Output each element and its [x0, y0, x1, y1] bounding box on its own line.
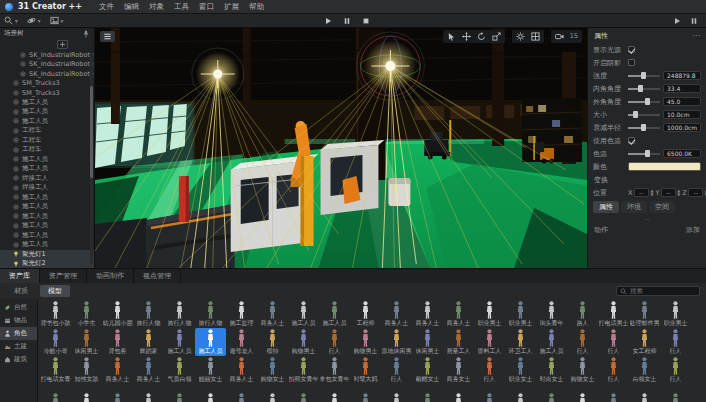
asset-thumbnail[interactable]: 工程师 [350, 300, 381, 328]
eye-icon[interactable] [13, 185, 19, 191]
asset-thumbnail[interactable]: 休闲男士 [412, 328, 443, 356]
rotate-tool-button[interactable] [477, 32, 486, 41]
tree-item[interactable]: 工程车 [0, 126, 94, 136]
more-icon[interactable]: ⋯ [692, 33, 700, 39]
value-input[interactable]: 45.0 [663, 97, 701, 107]
asset-thumbnail[interactable]: 商务人士 [102, 356, 133, 384]
tree-item[interactable]: 工程车 [0, 145, 94, 155]
asset-thumbnail[interactable]: 幼儿园小朋友 [102, 300, 133, 328]
category-建筑[interactable]: 建筑 [0, 353, 37, 366]
asset-thumbnail[interactable]: 骑行人物 [195, 300, 226, 328]
asset-thumbnail[interactable]: 施工监理 [226, 300, 257, 328]
eye-icon[interactable] [13, 242, 19, 248]
asset-thumbnail[interactable]: 施工人员 [319, 300, 350, 328]
assets-subtab-模型[interactable]: 模型 [40, 285, 70, 297]
settings-button[interactable] [516, 32, 525, 41]
slider[interactable] [628, 147, 660, 160]
asset-thumbnail[interactable]: 施工人员 [536, 328, 567, 356]
tree-item[interactable]: SK_IndustrialRobot_6_J... [0, 50, 94, 60]
slider-handle[interactable] [645, 98, 650, 105]
eye-icon[interactable] [13, 194, 19, 200]
eye-icon[interactable] [13, 213, 19, 219]
asset-thumbnail[interactable]: 喷料工人 [474, 328, 505, 356]
asset-thumbnail[interactable]: 打电话女青年 [40, 356, 71, 384]
eye-icon[interactable] [13, 156, 19, 162]
asset-thumbnail[interactable]: 行人 [381, 356, 412, 384]
asset-thumbnail[interactable]: 行人 [598, 328, 629, 356]
search-input[interactable] [630, 287, 696, 295]
asset-thumbnail[interactable]: 知性女孩 [71, 356, 102, 384]
asset-thumbnail[interactable]: 商务人士 [257, 300, 288, 328]
tree-item[interactable]: 施工人员 [0, 193, 94, 203]
move-tool-button[interactable] [462, 32, 471, 41]
asset-thumbnail[interactable]: 时尚女士 [536, 356, 567, 384]
asset-thumbnail[interactable]: 拿包女青年 [319, 356, 350, 384]
menu-扩展[interactable]: 扩展 [219, 2, 244, 12]
asset-thumbnail[interactable]: 戴帽女士 [412, 356, 443, 384]
slider[interactable] [628, 108, 660, 121]
assets-tab-动画制作[interactable]: 动画制作 [87, 269, 134, 283]
light-icon[interactable] [13, 261, 19, 267]
eye-icon[interactable] [13, 99, 19, 105]
eye-icon[interactable] [13, 80, 19, 86]
assets-tab-资产管理[interactable]: 资产管理 [40, 269, 87, 283]
asset-thumbnail[interactable]: 职业女士 [505, 356, 536, 384]
asset-thumbnail[interactable] [133, 384, 164, 402]
menu-对象[interactable]: 对象 [144, 2, 169, 12]
axis-value-input[interactable]: -- [634, 188, 649, 197]
eye-icon[interactable] [13, 166, 19, 172]
asset-thumbnail[interactable]: 处理邮件男士 [629, 300, 660, 328]
asset-thumbnail[interactable]: 行人 [660, 356, 691, 384]
eye-icon[interactable] [20, 61, 26, 67]
slider-handle[interactable] [633, 111, 638, 118]
asset-thumbnail[interactable]: 女工程师 [629, 328, 660, 356]
pause-small-button[interactable] [690, 17, 698, 25]
orbit-tool-button[interactable]: ▾ [27, 16, 41, 25]
checkbox[interactable] [628, 59, 635, 66]
asset-thumbnail[interactable] [381, 384, 412, 402]
slider-handle[interactable] [645, 150, 650, 157]
asset-thumbnail[interactable]: 行人 [567, 328, 598, 356]
asset-thumbnail[interactable] [195, 384, 226, 402]
menu-编辑[interactable]: 编辑 [119, 2, 144, 12]
asset-thumbnail[interactable]: 施工人员 [164, 328, 195, 356]
eye-icon[interactable] [13, 204, 19, 210]
add-action-button[interactable]: 添加 [686, 225, 700, 235]
asset-thumbnail[interactable] [71, 384, 102, 402]
slider[interactable] [628, 121, 660, 134]
asset-thumbnail[interactable]: 施工人员 [195, 328, 226, 356]
asset-search[interactable] [616, 286, 700, 296]
asset-thumbnail[interactable] [536, 384, 567, 402]
slider-handle[interactable] [638, 85, 643, 92]
asset-thumbnail[interactable]: 行人 [660, 328, 691, 356]
checkbox[interactable] [628, 46, 635, 53]
slider[interactable] [628, 69, 660, 82]
asset-thumbnail[interactable]: 模特 [257, 328, 288, 356]
camera-fps-group[interactable]: 15 [551, 30, 582, 43]
asset-thumbnail[interactable]: 购物男士 [350, 328, 381, 356]
slider[interactable] [628, 82, 660, 95]
tree-item[interactable]: 焊接工人 [0, 183, 94, 193]
slider-handle[interactable] [641, 124, 646, 131]
asset-thumbnail[interactable]: 遛弯老人 [226, 328, 257, 356]
asset-thumbnail[interactable]: 购物男士 [288, 328, 319, 356]
tree-item[interactable]: 焊接工人 [0, 174, 94, 184]
tree-item[interactable]: SK_IndustrialRobot_6_J... [0, 60, 94, 70]
asset-thumbnail[interactable] [102, 384, 133, 402]
zoom-tool-button[interactable]: ▾ [4, 16, 18, 25]
tree-item[interactable]: 施工人员 [0, 98, 94, 108]
asset-thumbnail[interactable] [288, 384, 319, 402]
asset-thumbnail[interactable]: 舞蹈家 [133, 328, 164, 356]
tree-item[interactable]: 施工人员 [0, 202, 94, 212]
checkbox[interactable] [628, 137, 635, 144]
asset-thumbnail[interactable]: 街头青年 [536, 300, 567, 328]
eye-icon[interactable] [13, 90, 19, 96]
asset-thumbnail[interactable]: 靓丽女士 [195, 356, 226, 384]
color-swatch[interactable] [628, 162, 701, 172]
props-tab-环境[interactable]: 环境 [621, 201, 647, 213]
asset-thumbnail[interactable]: 商务人士 [381, 300, 412, 328]
tree-item[interactable]: 施工人员 [0, 221, 94, 231]
asset-thumbnail[interactable] [350, 384, 381, 402]
axis-stepper[interactable]: ▲▼ [677, 189, 680, 196]
menu-窗口[interactable]: 窗口 [194, 2, 219, 12]
